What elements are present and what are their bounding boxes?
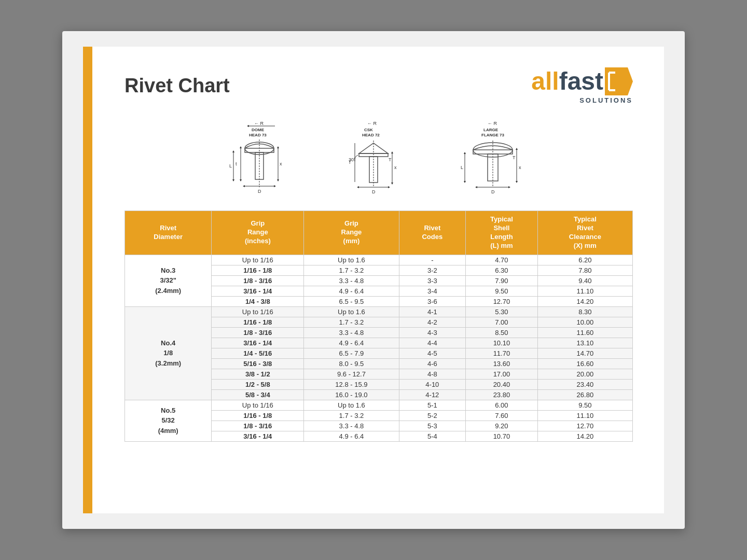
page-title: Rivet Chart — [125, 75, 230, 97]
clearance-cell: 23.40 — [537, 379, 632, 389]
svg-text:D: D — [491, 189, 495, 194]
svg-marker-55 — [464, 181, 466, 183]
length-cell: 20.40 — [466, 379, 538, 389]
length-cell: 8.50 — [466, 327, 538, 338]
svg-text:← R: ← R — [488, 121, 497, 126]
svg-marker-39 — [391, 183, 393, 185]
code-cell: 4-1 — [399, 306, 466, 317]
logo-solutions: SOLUTIONS — [579, 96, 633, 104]
clearance-cell: 11.60 — [537, 327, 632, 338]
page-background: Rivet Chart all fast SOLUTIONS — [62, 31, 685, 529]
grip-mm-cell: Up to 1.6 — [304, 400, 399, 410]
svg-text:CSK: CSK — [364, 128, 373, 132]
svg-marker-63 — [475, 186, 477, 188]
clearance-cell: 13.10 — [537, 338, 632, 348]
grip-inches-cell: 3/16 - 1/4 — [212, 431, 304, 441]
svg-marker-25 — [243, 185, 245, 187]
code-cell: 3-4 — [399, 286, 466, 296]
svg-marker-18 — [277, 179, 279, 181]
svg-text:HEAD 73: HEAD 73 — [249, 133, 267, 137]
data-table: RivetDiameter GripRange(inches) GripRang… — [125, 211, 633, 442]
company-logo: all fast SOLUTIONS — [531, 67, 633, 104]
grip-inches-cell: Up to 1/16 — [212, 255, 304, 265]
grip-mm-cell: 12.8 - 15.9 — [304, 379, 399, 389]
clearance-cell: 11.10 — [537, 286, 632, 296]
length-cell: 5.30 — [466, 306, 538, 317]
th-length: TypicalShellLength(L) mm — [466, 211, 538, 255]
svg-text:t: t — [236, 161, 237, 166]
code-cell: 4-4 — [399, 338, 466, 348]
grip-inches-cell: 1/4 - 5/16 — [212, 348, 304, 358]
th-diameter: RivetDiameter — [125, 211, 212, 255]
clearance-cell: 10.00 — [537, 317, 632, 327]
clearance-cell: 9.50 — [537, 400, 632, 410]
grip-mm-cell: 16.0 - 19.0 — [304, 389, 399, 400]
grip-inches-cell: 3/16 - 1/4 — [212, 286, 304, 296]
large-flange-diagram: ← R LARGE FLANGE 73 L — [446, 120, 540, 195]
table-row: No.33/32"(2.4mm) Up to 1/16 Up to 1.6 - … — [125, 255, 633, 265]
grip-mm-cell: 8.0 - 9.5 — [304, 358, 399, 369]
grip-inches-cell: 3/8 - 1/2 — [212, 369, 304, 379]
length-cell: 17.00 — [466, 369, 538, 379]
svg-text:x: x — [394, 165, 397, 170]
length-cell: 7.00 — [466, 317, 538, 327]
length-cell: 23.80 — [466, 389, 538, 400]
code-cell: 4-6 — [399, 358, 466, 369]
svg-text:DOME: DOME — [252, 128, 265, 132]
grip-inches-cell: 1/8 - 3/16 — [212, 421, 304, 431]
csk-head-diagram: ← R CSK HEAD 72 30° f — [332, 120, 415, 195]
length-cell: 6.30 — [466, 265, 538, 275]
grip-mm-cell: 4.9 - 6.4 — [304, 338, 399, 348]
grip-inches-cell: Up to 1/16 — [212, 306, 304, 317]
diameter-cell-no5: No.55/32(4mm) — [125, 400, 212, 441]
diameter-cell-no4: No.41/8(3.2mm) — [125, 306, 212, 400]
clearance-cell: 14.20 — [537, 431, 632, 441]
svg-marker-14 — [240, 179, 242, 181]
logo-text-row: all fast — [531, 67, 633, 95]
large-flange-svg: ← R LARGE FLANGE 73 L — [446, 120, 540, 195]
code-cell: 5-2 — [399, 410, 466, 421]
grip-inches-cell: 1/4 - 3/8 — [212, 296, 304, 306]
dome-head-svg: ← R DOME HEAD 73 — [218, 120, 301, 195]
svg-marker-26 — [274, 185, 276, 187]
svg-marker-22 — [232, 179, 234, 181]
length-cell: 7.60 — [466, 410, 538, 421]
code-cell: 5-1 — [399, 400, 466, 410]
grip-inches-cell: 1/8 - 3/16 — [212, 327, 304, 338]
grip-mm-cell: 1.7 - 3.2 — [304, 265, 399, 275]
logo-bracket-icon — [605, 67, 633, 95]
svg-marker-17 — [277, 146, 279, 148]
grip-inches-cell: 3/16 - 1/4 — [212, 338, 304, 348]
grip-inches-cell: 1/16 - 1/8 — [212, 317, 304, 327]
svg-text:T: T — [513, 155, 516, 160]
code-cell: 3-2 — [399, 265, 466, 275]
code-cell: 5-4 — [399, 431, 466, 441]
code-cell: 5-3 — [399, 421, 466, 431]
length-cell: 4.70 — [466, 255, 538, 265]
length-cell: 11.70 — [466, 348, 538, 358]
grip-mm-cell: 6.5 - 7.9 — [304, 348, 399, 358]
grip-mm-cell: 3.3 - 4.8 — [304, 421, 399, 431]
length-cell: 10.70 — [466, 431, 538, 441]
svg-text:L: L — [229, 163, 232, 169]
table-header-row: RivetDiameter GripRange(inches) GripRang… — [125, 211, 633, 255]
svg-text:HEAD 72: HEAD 72 — [362, 133, 380, 137]
clearance-cell: 12.70 — [537, 421, 632, 431]
th-grip-inches: GripRange(inches) — [212, 211, 304, 255]
svg-text:LARGE: LARGE — [483, 128, 499, 132]
code-cell: 4-2 — [399, 317, 466, 327]
logo-fast: fast — [559, 69, 603, 94]
clearance-cell: 20.00 — [537, 369, 632, 379]
logo-all: all — [531, 69, 559, 94]
svg-text:D: D — [258, 189, 261, 194]
code-cell: 3-6 — [399, 296, 466, 306]
clearance-cell: 7.80 — [537, 265, 632, 275]
grip-mm-cell: 1.7 - 3.2 — [304, 410, 399, 421]
length-cell: 6.00 — [466, 400, 538, 410]
svg-marker-58 — [516, 148, 518, 150]
code-cell: 4-10 — [399, 379, 466, 389]
code-cell: 4-8 — [399, 369, 466, 379]
clearance-cell: 11.10 — [537, 410, 632, 421]
clearance-cell: 6.20 — [537, 255, 632, 265]
clearance-cell: 16.60 — [537, 358, 632, 369]
